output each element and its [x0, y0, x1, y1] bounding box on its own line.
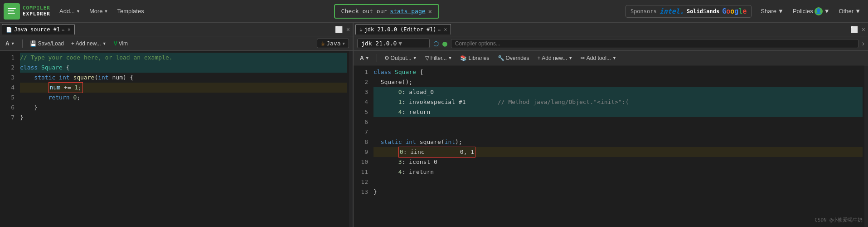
compiler-version-label: jdk 21.0.0 [361, 40, 397, 47]
out-line-10: 3: iconst_0 [373, 157, 863, 167]
output-separator-1 [377, 54, 377, 62]
sponsor-solid: SolidSands [687, 8, 719, 15]
code-line-2: class Square { [20, 63, 347, 73]
logo-icon [4, 3, 20, 20]
stats-page-link[interactable]: stats page [390, 8, 425, 15]
left-scrollbar[interactable] [349, 51, 353, 227]
libraries-button[interactable]: 📚 Libraries [457, 54, 492, 62]
sponsor-intel: intel. [659, 7, 684, 15]
output-font-size-button[interactable]: A ▼ [357, 54, 372, 62]
right-scrollbar[interactable] [864, 65, 868, 227]
save-load-button[interactable]: 💾 Save/Load [28, 39, 66, 48]
out-line-3: 0: aload_0 [373, 87, 863, 97]
policies-arrow-icon: ▼ [824, 8, 830, 15]
compiler-select-arrow-icon: ▼ [398, 40, 402, 47]
line-numbers: 1 2 3 4 5 6 7 [0, 51, 18, 227]
java-source-tab-close[interactable]: × [68, 26, 71, 33]
add-tool-button[interactable]: ✏ Add tool... ▼ [578, 54, 619, 62]
output-content: class Square { Square(); 0: aload_0 1: i… [372, 65, 864, 227]
add-new-button[interactable]: + Add new... ▼ [69, 39, 108, 48]
out-line-5: 4: return [373, 107, 863, 117]
out-line-12 [373, 177, 863, 187]
compiler-output-tab[interactable]: ☕ jdk 21.0.0 (Editor #1) ✏ × [355, 24, 451, 35]
output-output-button[interactable]: ⚙ Output... ▼ [382, 54, 420, 62]
compiler-tab-icon: ☕ [359, 27, 363, 33]
out-line-2: Square(); [373, 77, 863, 87]
code-line-4: num += 1; [20, 83, 347, 93]
logo-area: COMPILER EXPLORER [4, 3, 50, 20]
font-size-button[interactable]: A ▼ [4, 39, 17, 48]
edit-tab-icon[interactable]: ✏ [62, 27, 65, 33]
java-source-tab-label: Java source #1 [14, 26, 60, 33]
language-label: Java [326, 40, 340, 47]
maximize-right-button[interactable]: ⬜ [849, 25, 859, 34]
add-menu-button[interactable]: Add... ▼ [56, 6, 84, 16]
language-selector[interactable]: ☕ Java ▼ [317, 39, 349, 48]
banner-close-button[interactable]: × [428, 8, 432, 15]
vim-icon: V [114, 40, 117, 47]
code-content[interactable]: // Type your code here, or load an examp… [18, 51, 349, 227]
compiler-tab-close[interactable]: × [444, 26, 447, 33]
editor-toolbar: A ▼ 💾 Save/Load + Add new... ▼ V Vim ☕ J… [0, 36, 353, 51]
compiler-options-input[interactable] [451, 39, 858, 48]
font-size-label: A [5, 40, 10, 47]
banner-box: Check out our stats page × [334, 4, 439, 19]
right-tab-actions: ⬜ × [849, 25, 866, 34]
vim-button[interactable]: V Vim [112, 39, 130, 48]
banner-text: Check out our [341, 8, 388, 15]
close-left-button[interactable]: × [345, 25, 351, 34]
compiler-external-link-icon[interactable]: ⬡ [433, 40, 439, 47]
code-editor[interactable]: 1 2 3 4 5 6 7 // Type your code here, or… [0, 51, 353, 227]
top-navbar: COMPILER EXPLORER Add... ▼ More ▼ Templa… [0, 0, 868, 23]
edit-compiler-tab-icon[interactable]: ✏ [438, 27, 441, 33]
output-area[interactable]: 1 2 3 4 5 6 7 8 9 10 11 12 13 class Squa… [354, 65, 868, 227]
compiler-tab-label: jdk 21.0.0 (Editor #1) [364, 26, 436, 33]
logo-text: COMPILER EXPLORER [23, 5, 50, 16]
java-source-tab[interactable]: 📄 Java source #1 ✏ × [2, 24, 75, 35]
compiler-bar: jdk 21.0.0 ▼ ⬡ ● › [354, 36, 868, 51]
compiler-status-ok-icon: ● [442, 39, 447, 48]
other-button[interactable]: Other ▼ [835, 6, 864, 16]
left-tab-actions: ⬜ × [334, 25, 351, 34]
out-line-11: 4: ireturn [373, 167, 863, 177]
compiler-expand-button[interactable]: › [862, 39, 864, 48]
templates-button[interactable]: Templates [113, 6, 147, 16]
save-icon: 💾 [30, 40, 37, 47]
svg-rect-1 [8, 10, 14, 11]
sponsors-area: Sponsors intel. SolidSands Google [626, 5, 752, 18]
more-menu-button[interactable]: More ▼ [86, 6, 112, 16]
output-font-arrow-icon: ▼ [365, 56, 369, 60]
out-line-13: } [373, 187, 863, 197]
filter-button[interactable]: ▽ Filter... ▼ [422, 54, 455, 62]
code-line-6: } [20, 103, 347, 113]
other-arrow-icon: ▼ [855, 8, 861, 15]
red-box-line9: 0: iinc 0, 1 [398, 147, 475, 158]
output-toolbar: A ▼ ⚙ Output... ▼ ▽ Filter... ▼ 📚 Librar… [354, 51, 868, 65]
compiler-select[interactable]: jdk 21.0.0 ▼ [357, 39, 430, 48]
policies-user-icon: 👤 [815, 7, 823, 15]
gear-icon: ⚙ [384, 55, 389, 61]
compiler-explorer-logo [7, 6, 17, 16]
add-new-output-button[interactable]: + Add new... ▼ [535, 54, 576, 62]
out-line-9: 0: iinc 0, 1 [373, 147, 863, 157]
center-banner: Check out our stats page × [150, 4, 624, 19]
watermark: CSDN @小熊爱喝牛奶 [815, 217, 863, 223]
libraries-icon: 📚 [460, 55, 467, 61]
out-line-4: 1: invokespecial #1 // Method java/lang/… [373, 97, 863, 107]
out-line-6 [373, 117, 863, 127]
code-line-3: static int square(int num) { [20, 73, 347, 83]
policies-button[interactable]: Policies 👤 ▼ [789, 5, 834, 17]
maximize-left-button[interactable]: ⬜ [334, 25, 344, 34]
output-arrow-icon: ▼ [413, 56, 417, 60]
main-area: 📄 Java source #1 ✏ × ⬜ × A ▼ 💾 Save/Load [0, 23, 868, 227]
code-line-1: // Type your code here, or load an examp… [20, 53, 347, 63]
close-right-button[interactable]: × [861, 25, 866, 34]
red-box-line4: num += 1; [48, 82, 83, 93]
share-button[interactable]: Share ▼ [757, 6, 787, 16]
add-new-output-arrow-icon: ▼ [568, 56, 572, 60]
add-new-arrow-icon: ▼ [102, 41, 107, 46]
share-arrow-icon: ▼ [778, 8, 784, 15]
filter-icon: ▽ [425, 55, 429, 61]
toolbar-separator-1 [22, 39, 23, 48]
overrides-button[interactable]: 🔧 Overrides [495, 54, 532, 62]
